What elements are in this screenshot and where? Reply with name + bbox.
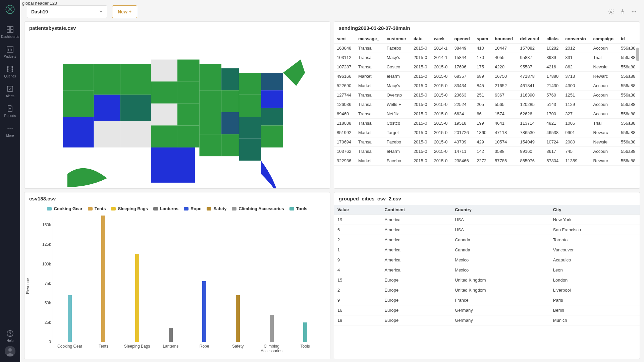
table-row[interactable]: 19AmericaUSANew York [334,215,640,225]
legend-item[interactable]: Lanterns [153,206,178,211]
dashboard-selector[interactable]: Dash19 [27,5,107,18]
cities-table-wrap[interactable]: ValueContinentCountryCity 19AmericaUSANe… [334,205,640,359]
cell: 1005 [562,119,590,128]
gear-icon[interactable] [608,8,614,15]
resize-handle[interactable] [325,184,329,188]
resize-handle[interactable] [635,184,639,188]
table-row[interactable]: 496166MarketeHarm2015-02015-068357689167… [334,72,640,81]
cell: 5143 [544,100,562,109]
table-row[interactable]: 127744TransaOversto2015-02015-0236632516… [334,90,640,100]
cell: 4220 [492,62,517,72]
sending-table-wrap[interactable]: sentmessage_customerdateweekopenedspambo… [334,34,640,188]
cell: 845 [474,81,492,90]
table-row[interactable]: 9EuropeFranceParis [334,295,640,305]
col-header[interactable]: customer [384,34,411,44]
legend-item[interactable]: Cooking Gear [47,206,82,211]
cell: Market [356,128,384,137]
legend-item[interactable]: Safety [207,206,226,211]
col-header[interactable]: clicks [544,34,562,44]
legend-label: Tools [296,206,308,211]
col-header[interactable]: spam [474,34,492,44]
table-row[interactable]: 170694TransaFacebo2015-02015-04373942910… [334,137,640,147]
cell: 46538 [544,128,562,137]
sidebar-item-reports[interactable]: Reports [0,101,20,121]
svg-rect-3 [7,30,10,33]
bar[interactable] [236,295,240,342]
table-row[interactable]: 69460TransaNetflix2015-02015-06634661574… [334,109,640,119]
table-row[interactable]: 6AmericaUSASan Francisco [334,225,640,235]
legend-item[interactable]: Sleeping Bags [111,206,148,211]
table-row[interactable]: 1AmericaCanadaVancouver [334,245,640,255]
cell: 66 [474,109,492,119]
us-choropleth-map[interactable] [24,34,330,188]
bar-plot[interactable]: Revenue 025k50k75k100k125k150kCooking Ge… [29,214,325,358]
table-row[interactable]: 107287TransaCostco2015-02015-01769617542… [334,62,640,72]
table-row[interactable]: 522690MarketMacy's2015-02015-08343484521… [334,81,640,90]
table-row[interactable]: 118038TransaCostco2015-02015-01951819946… [334,119,640,128]
svg-rect-36 [177,126,199,148]
bar[interactable] [68,295,72,342]
svg-point-18 [635,11,636,12]
table-row[interactable]: 922936MarketFacebo2015-02015-02384662272… [334,156,640,166]
sidebar-item-dashboards[interactable]: Dashboards [0,22,20,42]
table-row[interactable]: 9AmericaMexicoAcapulco [334,255,640,265]
col-header[interactable]: conversio [562,34,590,44]
table-row[interactable]: 103112TransaMacy's2015-02014-11584417040… [334,53,640,62]
col-header[interactable]: week [431,34,452,44]
table-row[interactable]: 18EuropeGermanyMunich [334,315,640,325]
sidebar-item-queries[interactable]: Queries [0,62,20,81]
table-row[interactable]: 2EuropeUnited KingdomLiverpool [334,285,640,295]
col-header[interactable]: id [618,34,640,44]
bar[interactable] [303,322,307,342]
col-header[interactable]: opened [451,34,474,44]
col-header[interactable]: date [411,34,431,44]
table-row[interactable]: 851992MarketTarget2015-02015-02017261860… [334,128,640,137]
svg-rect-26 [120,95,151,121]
cell: 16 [334,305,381,315]
sidebar-item-help[interactable]: Help [0,326,20,346]
cell: 21652 [492,81,517,90]
bar[interactable] [101,216,105,342]
cell: Oversto [384,90,411,100]
sidebar-item-alerts[interactable]: Alerts [0,81,20,101]
cell: Newsle [591,62,618,72]
cell: 3617 [544,147,562,156]
legend-item[interactable]: Tents [88,206,106,211]
table-row[interactable]: 2AmericaCanadaToronto [334,235,640,245]
bar[interactable] [169,328,173,342]
bar[interactable] [135,254,139,342]
cell: 689 [474,72,492,81]
table-row[interactable]: 103762TransaeHarm2015-02015-014711142358… [334,147,640,156]
col-header[interactable]: campaign [591,34,618,44]
col-header[interactable]: bounced [492,34,517,44]
cell: Transa [356,100,384,109]
col-header[interactable]: Continent [381,205,451,215]
filter-icon[interactable] [619,8,626,15]
col-header[interactable]: delivered [518,34,544,44]
table-row[interactable]: 126036TransaWells F2015-02015-0225242055… [334,100,640,109]
scrollbar[interactable] [636,48,639,185]
avatar[interactable] [5,346,15,357]
sidebar-item-more[interactable]: More [0,121,20,141]
more-horizontal-icon[interactable] [631,8,637,15]
legend-item[interactable]: Rope [184,206,202,211]
table-row[interactable]: 163848TransaFacebo2015-02014-13844941010… [334,44,640,53]
x-tick-label: Sleeping Bags [120,342,154,349]
bar[interactable] [270,315,274,342]
cell: 2272 [474,156,492,166]
sidebar-item-widgets[interactable]: Widgets [0,42,20,62]
col-header[interactable]: message_ [356,34,384,44]
col-header[interactable]: Country [451,205,550,215]
app-logo[interactable] [4,3,16,15]
legend-item[interactable]: Tools [289,206,308,211]
table-row[interactable]: 16EuropeGermanyBerlin [334,305,640,315]
new-button[interactable]: New + [112,5,137,18]
table-row[interactable]: 15EuropeUnited KingdomLondon [334,275,640,285]
bar[interactable] [202,281,206,342]
col-header[interactable]: sent [334,34,356,44]
legend-item[interactable]: Climbing Accessories [232,206,284,211]
table-row[interactable]: 4AmericaMexicoLeon [334,265,640,275]
col-header[interactable]: Value [334,205,381,215]
col-header[interactable]: City [550,205,640,215]
cell: 1574 [492,109,517,119]
